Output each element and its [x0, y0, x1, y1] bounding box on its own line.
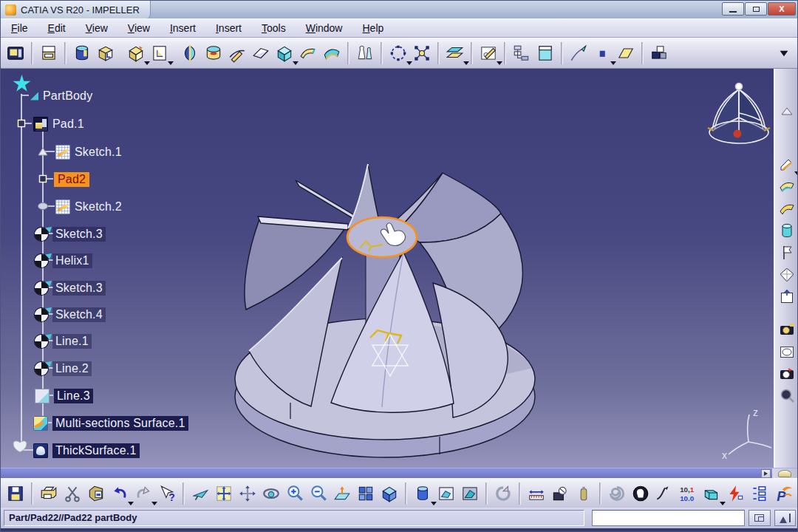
database-icon[interactable]: [572, 482, 596, 505]
workbench-icon[interactable]: [4, 41, 27, 65]
print-icon[interactable]: [37, 482, 61, 505]
menu-tools[interactable]: Tools: [262, 22, 286, 34]
apply-material-icon[interactable]: [548, 482, 572, 505]
zoom-out-icon[interactable]: [307, 482, 330, 505]
close-surface-icon[interactable]: [776, 286, 798, 308]
tree-disc-node[interactable]: [38, 203, 48, 210]
tree-expand-node[interactable]: [40, 176, 47, 183]
tree-item-pad1[interactable]: Pad.1: [33, 115, 84, 133]
pen-point-icon[interactable]: [567, 41, 590, 65]
product-graph-icon[interactable]: [510, 41, 533, 65]
capture-camera-icon[interactable]: [776, 363, 798, 385]
tree-item-partbody[interactable]: PartBody: [30, 87, 92, 105]
circular-pattern-icon[interactable]: [386, 41, 410, 65]
menu-insert-2[interactable]: Insert: [216, 22, 242, 34]
constraints-figures-icon[interactable]: [353, 41, 377, 65]
close-button[interactable]: X: [768, 2, 796, 16]
groove-icon[interactable]: [202, 41, 225, 65]
new-window-icon[interactable]: [533, 41, 557, 65]
menu-insert[interactable]: Insert: [170, 22, 196, 34]
tree-item-line2[interactable]: Line.2: [35, 360, 92, 378]
multi-view-icon[interactable]: [354, 482, 378, 505]
plane-icon[interactable]: [614, 41, 638, 65]
multi-sections-surface-icon[interactable]: [776, 175, 798, 197]
swap-visible-space-icon[interactable]: [491, 482, 515, 505]
dropdown-arrow-icon[interactable]: [168, 61, 174, 68]
scaling-icon[interactable]: [410, 41, 434, 65]
tree-item-sketch4[interactable]: Sketch.4: [35, 306, 106, 324]
tree-item-line3[interactable]: Line.3: [35, 387, 93, 405]
minimize-button[interactable]: [722, 2, 744, 16]
tree-item-line1[interactable]: Line.1: [35, 332, 92, 350]
shading-mode-icon[interactable]: [411, 482, 434, 505]
measure-ruler-icon[interactable]: [525, 482, 548, 505]
tree-item-sketch2[interactable]: Sketch.2: [55, 198, 122, 216]
toolbar-overflow-chevron[interactable]: [772, 41, 796, 65]
sweep-surface-icon[interactable]: [776, 197, 798, 219]
split-diamond-icon[interactable]: [776, 264, 798, 286]
compass[interactable]: [708, 83, 770, 144]
manipulation-knob-icon[interactable]: [629, 482, 652, 505]
assemble-icon[interactable]: [647, 41, 671, 65]
power-input-field[interactable]: [592, 510, 745, 526]
specification-swirl-icon[interactable]: [605, 482, 629, 505]
redo-icon[interactable]: [132, 482, 155, 505]
boundary-flag-icon[interactable]: [776, 242, 798, 264]
whats-this-icon[interactable]: ?: [155, 482, 179, 505]
undo-icon[interactable]: [108, 482, 132, 505]
tree-item-helix1[interactable]: Helix1: [35, 252, 92, 270]
rotate-icon[interactable]: [259, 482, 283, 505]
iso-view-icon[interactable]: [378, 482, 401, 505]
save-icon[interactable]: [4, 482, 27, 505]
view-style-1-icon[interactable]: [434, 482, 458, 505]
horizontal-scrollbar[interactable]: [1, 468, 798, 478]
sketcher-icon[interactable]: [477, 41, 500, 65]
pocket-icon[interactable]: [148, 41, 171, 65]
tree-item-pad2[interactable]: Pad2: [54, 171, 89, 188]
options-list-icon[interactable]: [747, 482, 771, 505]
tree-item-sketch1[interactable]: Sketch.1: [55, 143, 122, 161]
tree-item-multisections[interactable]: Multi-sections Surface.1: [33, 415, 188, 432]
tree-item-thicksurface[interactable]: ThickSurface.1: [33, 442, 140, 460]
render-camera-icon[interactable]: [776, 318, 798, 341]
normal-view-icon[interactable]: [330, 482, 354, 505]
sketcher-icon[interactable]: [776, 153, 798, 175]
point-type-icon[interactable]: [590, 41, 614, 65]
sketch-box-icon[interactable]: [94, 41, 117, 65]
sweep-surface-icon[interactable]: [296, 41, 320, 65]
resize-grip-button[interactable]: [748, 510, 770, 526]
menu-view-2[interactable]: View: [128, 22, 150, 34]
measure-item-icon[interactable]: [652, 482, 676, 505]
tree-expand-node[interactable]: [18, 120, 25, 127]
3d-viewport[interactable]: z x y PartBody Pad.1 Sketch.1 P: [1, 69, 798, 468]
menu-window[interactable]: Window: [306, 22, 343, 34]
paste-icon[interactable]: [84, 482, 108, 505]
scroll-up-icon[interactable]: [776, 100, 798, 122]
view-style-2-icon[interactable]: [458, 482, 482, 505]
pan-icon[interactable]: [236, 482, 259, 505]
tree-item-sketch3[interactable]: Sketch.3: [35, 225, 106, 243]
open-icon[interactable]: [37, 41, 61, 65]
zoom-in-icon[interactable]: [283, 482, 307, 505]
pad-icon[interactable]: [124, 41, 148, 65]
dropdown-arrow-icon[interactable]: [497, 61, 502, 68]
menu-help[interactable]: Help: [362, 22, 383, 34]
impeller-blades[interactable]: [245, 164, 522, 417]
measure-thickness-ic on[interactable]: [700, 482, 723, 505]
selected-pad-face[interactable]: [347, 217, 417, 257]
fillet-icon[interactable]: [273, 41, 296, 65]
fit-all-icon[interactable]: [212, 482, 236, 505]
maximize-button[interactable]: [745, 2, 767, 16]
dropdown-arrow-icon[interactable]: [463, 61, 469, 68]
offset-surface-icon[interactable]: [443, 41, 467, 65]
shaft-icon[interactable]: [178, 41, 202, 65]
knowledge-bolt-icon[interactable]: [723, 482, 747, 505]
power-input-button[interactable]: [774, 510, 796, 526]
menu-edit[interactable]: Edit: [48, 22, 66, 34]
loft-surface-icon[interactable]: [320, 41, 344, 65]
fly-mode-icon[interactable]: [188, 482, 212, 505]
lightbox-icon[interactable]: [776, 341, 798, 363]
rib-icon[interactable]: [225, 41, 249, 65]
menu-view[interactable]: View: [86, 22, 108, 34]
surface-cylinder-icon[interactable]: [776, 219, 798, 242]
